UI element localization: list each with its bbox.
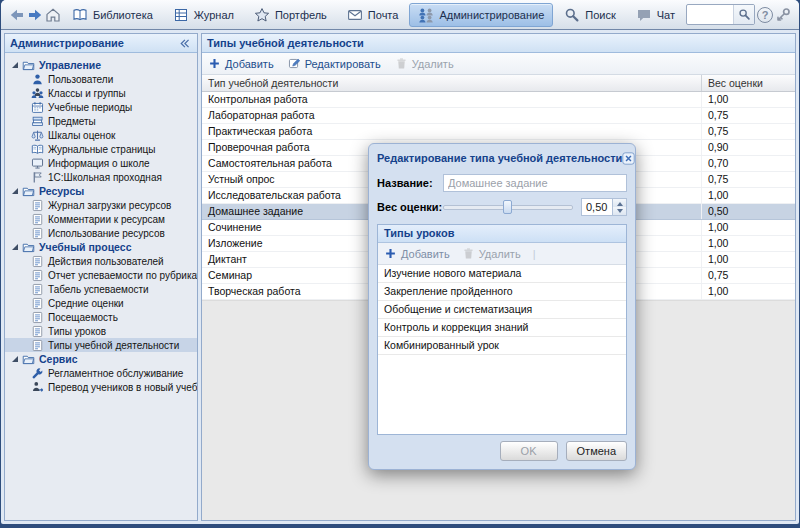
nav-administration[interactable]: Администрирование	[409, 3, 553, 27]
sidebar-group-servis[interactable]: Сервис	[5, 352, 197, 366]
item-label: Информация о школе	[48, 158, 150, 169]
nav-library[interactable]: Библиотека	[63, 3, 162, 27]
home-button[interactable]	[45, 4, 61, 26]
folder-icon	[22, 185, 35, 198]
cell-weight: 0,70	[702, 156, 795, 171]
sidebar-group-resursy[interactable]: Ресурсы	[5, 184, 197, 198]
column-header-activity-type[interactable]: Тип учебной деятельности	[202, 75, 702, 91]
monitor-icon	[31, 157, 44, 170]
lesson-add-button[interactable]: Добавить	[384, 247, 450, 260]
document-icon	[31, 255, 44, 268]
sidebar-item-progress-sheet[interactable]: Табель успеваемости	[5, 282, 197, 296]
lesson-type-item[interactable]: Закрепление пройденного	[378, 283, 626, 301]
student-transfer-icon	[31, 381, 44, 394]
nav-mail[interactable]: Почта	[338, 3, 408, 27]
sidebar-item-attendance[interactable]: Посещаемость	[5, 310, 197, 324]
cell-activity: Контрольная работа	[202, 92, 702, 107]
folder-icon	[22, 353, 35, 366]
spinner-down-button[interactable]	[613, 207, 626, 215]
cell-weight: 1,00	[702, 188, 795, 203]
flag-icon	[31, 171, 44, 184]
nav-label: Чат	[657, 9, 675, 21]
nav-label: Библиотека	[93, 9, 153, 21]
weight-field-label: Вес оценки:	[377, 201, 443, 213]
dialog-close-button[interactable]	[622, 151, 635, 166]
sidebar-item-maintenance[interactable]: Регламентное обслуживание	[5, 366, 197, 380]
caret-down-icon	[12, 244, 18, 250]
slider-handle[interactable]	[503, 200, 512, 214]
lesson-type-item[interactable]: Комбинированный урок	[378, 337, 626, 355]
lesson-types-panel: Типы уроков Добавить Удалить | Изучение …	[377, 224, 627, 435]
sidebar-item-school-info[interactable]: Информация о школе	[5, 156, 197, 170]
nav-chat[interactable]: Чат	[627, 3, 684, 27]
sidebar-item-study-periods[interactable]: Учебные периоды	[5, 100, 197, 114]
table-row[interactable]: Лабораторная работа0,75	[202, 108, 795, 124]
search-input[interactable]	[687, 9, 733, 21]
cell-weight: 0,75	[702, 124, 795, 139]
lesson-types-list: Изучение нового материала Закрепление пр…	[378, 265, 626, 434]
trash-icon	[462, 247, 475, 260]
weight-slider[interactable]	[443, 199, 573, 215]
caret-down-icon	[617, 209, 623, 216]
plus-icon	[384, 247, 397, 260]
sidebar-item-journal-pages[interactable]: Журнальные страницы	[5, 142, 197, 156]
top-toolbar: Библиотека Журнал Портфель Почта Админис…	[1, 0, 799, 30]
search-submit-button[interactable]	[733, 5, 754, 24]
back-button[interactable]	[9, 4, 25, 26]
column-header-weight[interactable]: Вес оценки	[702, 75, 795, 91]
lesson-type-item[interactable]: Обобщение и систематизация	[378, 301, 626, 319]
dialog-header[interactable]: Редактирование типа учебной деятельности	[377, 148, 627, 168]
name-field[interactable]	[443, 174, 627, 192]
sidebar-item-classes-groups[interactable]: Классы и группы	[5, 86, 197, 100]
search-icon	[564, 7, 580, 23]
key-icon	[775, 7, 791, 23]
sidebar-item-1c-checkpoint[interactable]: 1С:Школьная проходная	[5, 170, 197, 184]
item-label: Посещаемость	[48, 312, 118, 323]
sidebar-item-subjects[interactable]: Предметы	[5, 114, 197, 128]
help-button[interactable]: ?	[757, 4, 773, 26]
edit-button[interactable]: Редактировать	[288, 57, 381, 70]
document-icon	[31, 269, 44, 282]
nav-journal[interactable]: Журнал	[164, 3, 243, 27]
item-label: Классы и группы	[48, 88, 126, 99]
forward-button[interactable]	[27, 4, 43, 26]
add-button[interactable]: Добавить	[208, 57, 274, 70]
sidebar-item-activity-types[interactable]: Типы учебной деятельности	[5, 338, 197, 352]
chat-icon	[636, 7, 652, 23]
sidebar-item-resource-usage[interactable]: Использование ресурсов	[5, 226, 197, 240]
sidebar-item-average-grades[interactable]: Средние оценки	[5, 296, 197, 310]
sidebar-item-grade-scales[interactable]: Шкалы оценок	[5, 128, 197, 142]
sidebar-item-resource-upload-log[interactable]: Журнал загрузки ресурсов	[5, 198, 197, 212]
sidebar-item-resource-comments[interactable]: Комментарии к ресурсам	[5, 212, 197, 226]
item-label: Действия пользователей	[48, 256, 164, 267]
nav-search[interactable]: Поиск	[555, 3, 624, 27]
sidebar-item-lesson-types[interactable]: Типы уроков	[5, 324, 197, 338]
sidebar-tree: Управление Пользователи Классы и группы …	[5, 53, 197, 394]
sidebar-collapse-button[interactable]	[176, 36, 192, 51]
lesson-type-item[interactable]: Изучение нового материала	[378, 265, 626, 283]
key-button[interactable]	[775, 4, 791, 26]
table-row[interactable]: Практическая работа0,75	[202, 124, 795, 140]
item-label: Отчет успеваемости по рубрикатору	[48, 270, 197, 281]
arrow-right-icon	[27, 7, 43, 23]
sidebar-item-progress-report[interactable]: Отчет успеваемости по рубрикатору	[5, 268, 197, 282]
lesson-type-item[interactable]: Контроль и коррекция знаний	[378, 319, 626, 337]
spinner-buttons	[612, 199, 626, 215]
table-row[interactable]: Контрольная работа1,00	[202, 92, 795, 108]
cancel-button[interactable]: Отмена	[566, 441, 627, 461]
sidebar-group-uchebny-process[interactable]: Учебный процесс	[5, 240, 197, 254]
document-icon	[31, 213, 44, 226]
nav-portfolio[interactable]: Портфель	[245, 3, 336, 27]
sidebar-item-user-actions[interactable]: Действия пользователей	[5, 254, 197, 268]
lesson-delete-button: Удалить	[462, 247, 521, 260]
sidebar-group-upravlenie[interactable]: Управление	[5, 58, 197, 72]
item-label: Учебные периоды	[48, 102, 132, 113]
weight-value[interactable]: 0,50	[582, 199, 612, 215]
sidebar-item-student-transfer[interactable]: Перевод учеников в новый учебный год	[5, 380, 197, 394]
item-label: Средние оценки	[48, 298, 124, 309]
spinner-up-button[interactable]	[613, 199, 626, 207]
document-icon	[31, 227, 44, 240]
group-label: Управление	[39, 59, 101, 71]
item-label: Шкалы оценок	[48, 130, 115, 141]
sidebar-item-users[interactable]: Пользователи	[5, 72, 197, 86]
